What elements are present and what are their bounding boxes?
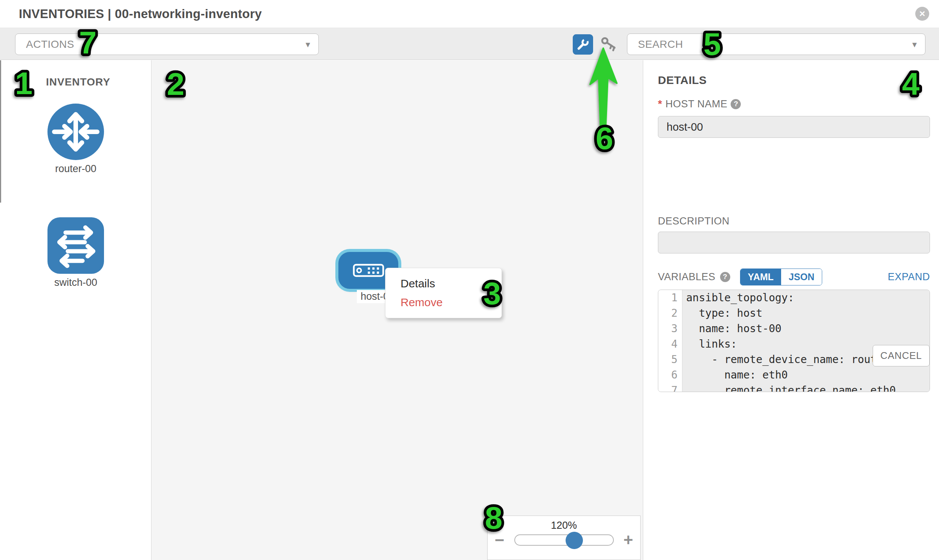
details-panel: DETAILS * HOST NAME ? host-00 DESCRIPTIO…	[643, 60, 939, 560]
zoom-out-button[interactable]: −	[495, 534, 504, 546]
required-asterisk: *	[658, 98, 662, 110]
yaml-toggle-button[interactable]: YAML	[740, 269, 782, 285]
json-toggle-button[interactable]: JSON	[781, 269, 822, 285]
actions-dropdown[interactable]: ACTIONS ▾	[15, 34, 319, 55]
actions-dropdown-label: ACTIONS	[26, 38, 74, 51]
credentials-key-button[interactable]	[599, 35, 619, 54]
variables-editor[interactable]: 1ansible_topology:2 type: host3 name: ho…	[658, 289, 930, 392]
zoom-slider[interactable]	[514, 534, 614, 546]
zoom-level-value: 120%	[551, 520, 577, 531]
search-dropdown[interactable]: SEARCH ▾	[627, 34, 925, 55]
topology-canvas[interactable]: host-00 Details Remove 120% − +	[151, 60, 643, 560]
line-number: 1	[658, 290, 682, 305]
help-icon[interactable]: ?	[731, 99, 741, 109]
device-label: router-00	[0, 163, 151, 175]
code-line[interactable]: remote_interface_name: eth0	[682, 383, 930, 392]
format-toggle: YAML JSON	[740, 269, 823, 285]
zoom-slider-handle[interactable]	[566, 532, 583, 549]
palette-item-router[interactable]: router-00	[0, 103, 151, 175]
description-label-row: DESCRIPTION	[658, 215, 729, 227]
inventory-panel: INVENTORY router-00	[0, 60, 151, 560]
code-row: 3 name: host-00	[658, 321, 930, 336]
palette-item-switch[interactable]: switch-00	[0, 217, 151, 288]
code-line[interactable]: name: host-00	[682, 321, 930, 336]
inventory-panel-title: INVENTORY	[46, 76, 110, 88]
switch-icon	[48, 217, 104, 274]
code-line[interactable]: ansible_topology:	[682, 290, 930, 305]
zoom-control: 120% − +	[487, 515, 641, 560]
cancel-button[interactable]: CANCEL	[873, 345, 930, 366]
device-label: switch-00	[0, 277, 151, 288]
details-title: DETAILS	[658, 74, 707, 87]
variables-row: VARIABLES ? YAML JSON EXPAND	[658, 268, 930, 285]
search-dropdown-label: SEARCH	[638, 38, 683, 51]
toolbar: ACTIONS ▾ SEARCH ▾	[0, 29, 939, 60]
node-context-menu: Details Remove	[385, 268, 502, 318]
chevron-down-icon: ▾	[305, 39, 310, 50]
line-number: 2	[658, 305, 682, 321]
expand-link[interactable]: EXPAND	[888, 271, 930, 283]
host-name-label: HOST NAME	[665, 98, 728, 110]
zoom-in-button[interactable]: +	[624, 534, 634, 546]
close-icon[interactable]: ✕	[915, 7, 929, 21]
description-label: DESCRIPTION	[658, 215, 729, 227]
chevron-down-icon: ▾	[912, 39, 917, 50]
code-row: 2 type: host	[658, 305, 930, 321]
code-row: 7 remote_interface_name: eth0	[658, 383, 930, 392]
wrench-icon	[576, 38, 590, 51]
menu-item-details[interactable]: Details	[401, 274, 501, 293]
code-row: 1ansible_topology:	[658, 290, 930, 305]
content-area: INVENTORY router-00	[0, 60, 939, 560]
host-name-input[interactable]: host-00	[658, 116, 930, 138]
code-row: 6 name: eth0	[658, 367, 930, 383]
variables-label: VARIABLES	[658, 271, 715, 283]
line-number: 6	[658, 367, 682, 383]
title-bar: INVENTORIES | 00-networking-inventory ✕	[0, 0, 939, 28]
host-server-icon	[353, 264, 384, 277]
tools-button[interactable]	[573, 34, 593, 55]
router-icon	[48, 103, 104, 160]
code-line[interactable]: type: host	[682, 305, 930, 321]
line-number: 3	[658, 321, 682, 336]
inventory-topology-app: INVENTORIES | 00-networking-inventory ✕ …	[0, 0, 939, 560]
page-title: INVENTORIES | 00-networking-inventory	[19, 7, 262, 21]
line-number: 5	[658, 352, 682, 367]
line-number: 7	[658, 383, 682, 392]
description-input[interactable]	[658, 232, 930, 254]
menu-item-remove[interactable]: Remove	[401, 293, 501, 312]
line-number: 4	[658, 336, 682, 352]
help-icon[interactable]: ?	[720, 272, 730, 282]
host-name-label-row: * HOST NAME ?	[658, 98, 741, 110]
key-icon	[599, 35, 619, 54]
code-line[interactable]: name: eth0	[682, 367, 930, 383]
